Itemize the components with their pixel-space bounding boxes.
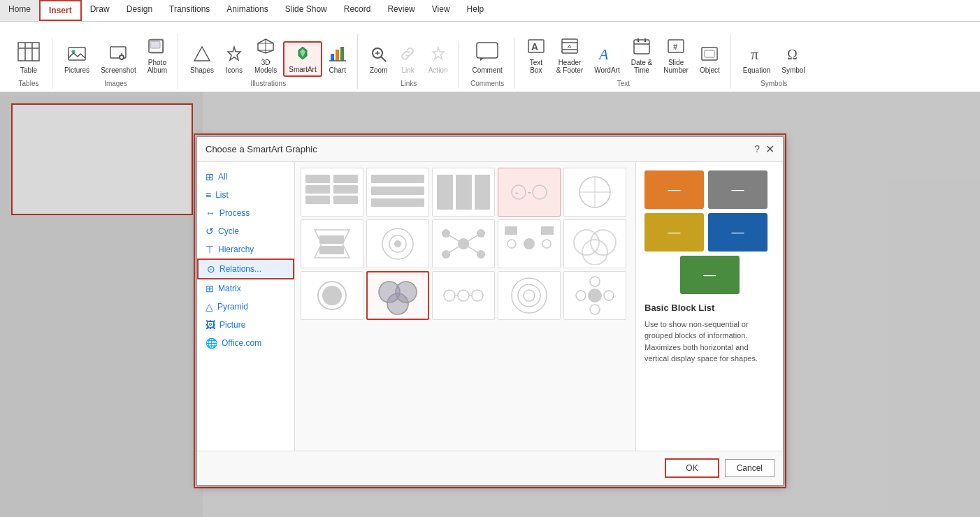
tab-design[interactable]: Design	[118, 0, 161, 21]
svg-point-103	[518, 284, 540, 307]
category-list[interactable]: ≡ List	[197, 186, 294, 204]
svg-rect-61	[475, 175, 490, 210]
date-time-button[interactable]: Date &Time	[626, 35, 658, 77]
grid-item-1[interactable]	[301, 168, 363, 217]
comment-icon	[476, 42, 498, 65]
chart-button[interactable]: Chart	[324, 43, 352, 77]
svg-point-86	[542, 240, 551, 248]
preview-description: Use to show non-sequential or grouped bl…	[644, 319, 774, 365]
preview-color-green: —	[680, 256, 740, 294]
svg-rect-87	[505, 226, 517, 235]
category-matrix[interactable]: ⊞ Matrix	[197, 279, 294, 298]
category-process[interactable]: ↔ Process	[197, 204, 294, 222]
category-officecom[interactable]: 🌐 Office.com	[197, 334, 294, 352]
ribbon-group-images: Pictures Screenshot	[54, 34, 178, 89]
grid-item-7[interactable]	[366, 219, 429, 268]
zoom-icon	[370, 45, 388, 65]
textbox-button[interactable]: A TextBox	[522, 35, 550, 77]
wordart-label: WordArt	[594, 66, 620, 74]
illustrations-group-label: Illustrations	[251, 80, 287, 87]
symbol-button[interactable]: Ω Symbol	[777, 43, 809, 77]
ribbon: Home Insert Draw Design Transitions Anim…	[0, 0, 980, 92]
tab-help[interactable]: Help	[459, 0, 493, 21]
preview-color-blue: —	[708, 213, 768, 252]
tab-review[interactable]: Review	[379, 0, 423, 21]
pictures-button[interactable]: Pictures	[59, 43, 94, 77]
smartart-preview: — — — — —	[636, 162, 783, 451]
svg-text:A: A	[598, 45, 609, 62]
grid-item-10[interactable]	[563, 219, 626, 268]
object-icon	[700, 45, 719, 65]
svg-text:=: =	[528, 190, 531, 196]
table-label: Table	[20, 66, 37, 74]
grid-item-12-selected[interactable]	[366, 271, 429, 320]
category-relationship[interactable]: ⊙ Relations...	[197, 258, 294, 279]
category-picture[interactable]: 🖼 Picture	[197, 316, 294, 334]
photo-album-button[interactable]: PhotoAlbum	[143, 35, 172, 77]
category-cycle[interactable]: ↺ Cycle	[197, 222, 294, 240]
svg-point-85	[507, 240, 516, 248]
photo-album-label: PhotoAlbum	[147, 59, 167, 74]
grid-item-9[interactable]	[498, 219, 561, 268]
shapes-button[interactable]: Shapes	[185, 43, 219, 77]
svg-point-96	[387, 293, 408, 314]
svg-rect-88	[541, 226, 554, 235]
tab-view[interactable]: View	[424, 0, 459, 21]
grid-item-14[interactable]	[498, 271, 561, 320]
ribbon-group-symbols: π Equation Ω Symbol Symbols	[733, 41, 816, 89]
grid-item-4-highlighted[interactable]: + =	[498, 168, 561, 217]
category-all[interactable]: ⊞ All	[197, 168, 294, 186]
svg-point-109	[604, 291, 614, 300]
link-button[interactable]: Link	[394, 43, 422, 77]
grid-item-2[interactable]	[366, 168, 429, 217]
wordart-button[interactable]: A WordArt	[589, 43, 625, 77]
table-button[interactable]: Table	[11, 39, 46, 77]
svg-rect-55	[333, 196, 358, 204]
category-hierarchy[interactable]: ⊤ Hierarchy	[197, 240, 294, 258]
cancel-button[interactable]: Cancel	[725, 459, 774, 477]
header-footer-button[interactable]: A Header& Footer	[552, 35, 588, 77]
grid-item-13[interactable]	[432, 271, 495, 320]
equation-button[interactable]: π Equation	[738, 43, 775, 77]
dialog-help-button[interactable]: ?	[754, 143, 760, 156]
grid-item-15[interactable]	[563, 271, 626, 320]
textbox-icon: A	[527, 38, 545, 57]
dialog-close-button[interactable]: ✕	[765, 143, 774, 156]
svg-rect-47	[705, 50, 714, 57]
zoom-button[interactable]: Zoom	[365, 43, 393, 77]
grid-item-3[interactable]	[432, 168, 495, 217]
tab-slideshow[interactable]: Slide Show	[277, 0, 336, 21]
svg-rect-50	[305, 175, 330, 183]
category-picture-label: Picture	[219, 320, 245, 330]
svg-rect-13	[150, 41, 160, 48]
comment-label: Comment	[473, 66, 503, 74]
tab-draw[interactable]: Draw	[82, 0, 118, 21]
object-button[interactable]: Object	[695, 43, 725, 77]
shapes-icon	[193, 45, 211, 65]
grid-item-5[interactable]	[563, 168, 626, 217]
svg-point-98	[458, 290, 469, 301]
comment-button[interactable]: Comment	[466, 39, 509, 77]
tab-insert[interactable]: Insert	[39, 0, 82, 21]
slide-number-button[interactable]: # SlideNumber	[658, 35, 693, 77]
category-pyramid[interactable]: △ Pyramid	[197, 298, 294, 316]
grid-item-6[interactable]	[301, 219, 363, 268]
icons-button[interactable]: Icons	[220, 43, 248, 77]
ok-button[interactable]: OK	[665, 458, 719, 478]
screenshot-button[interactable]: Screenshot	[96, 43, 141, 77]
tab-record[interactable]: Record	[336, 0, 380, 21]
link-icon	[399, 45, 417, 65]
svg-rect-54	[333, 185, 358, 194]
text-group-label: Text	[617, 80, 630, 87]
grid-item-8[interactable]	[432, 219, 495, 268]
svg-text:Ω: Ω	[787, 47, 798, 62]
textbox-label: TextBox	[530, 59, 542, 74]
tab-transitions[interactable]: Transitions	[161, 0, 218, 21]
svg-line-82	[446, 244, 463, 254]
smartart-button[interactable]: SmartArt	[283, 41, 322, 77]
tab-home[interactable]: Home	[0, 0, 39, 21]
tab-animations[interactable]: Animations	[218, 0, 276, 21]
grid-item-11[interactable]	[301, 271, 363, 320]
action-button[interactable]: Action	[424, 43, 453, 77]
3d-models-button[interactable]: 3DModels	[250, 35, 282, 77]
